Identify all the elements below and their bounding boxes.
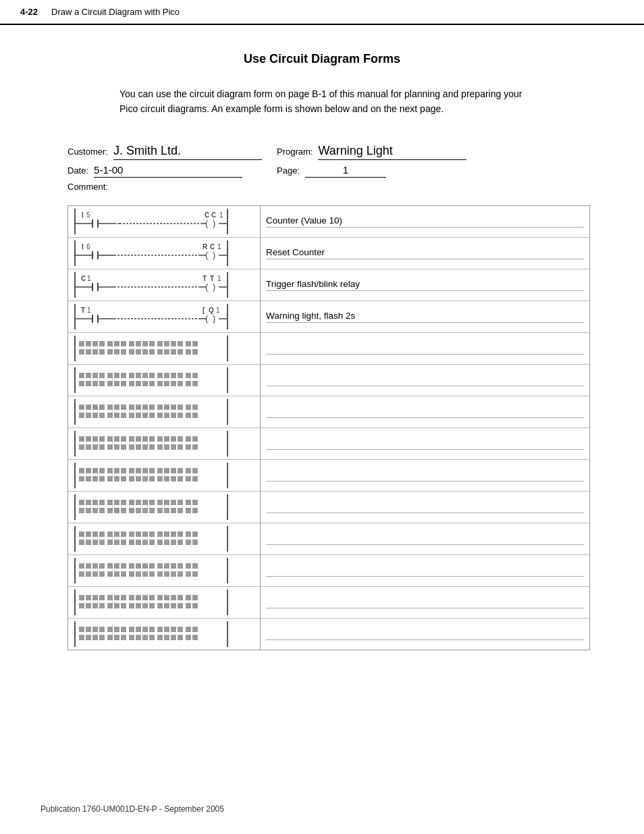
svg-rect-134 — [149, 381, 155, 386]
date-group: Date: 5-1-00 — [68, 164, 277, 178]
circ-left-empty-1 — [68, 333, 261, 364]
svg-rect-176 — [192, 413, 198, 418]
svg-rect-347 — [129, 571, 134, 577]
svg-text:): ) — [213, 313, 215, 323]
svg-rect-427 — [186, 635, 191, 640]
svg-rect-133 — [142, 381, 148, 386]
ladder-empty-5 — [74, 463, 256, 488]
empty-desc-4 — [266, 438, 584, 450]
svg-rect-317 — [171, 540, 176, 545]
svg-rect-162 — [92, 413, 98, 418]
svg-rect-157 — [178, 405, 183, 410]
svg-rect-190 — [157, 436, 163, 442]
svg-text:(: ( — [205, 282, 209, 292]
circ-left-3: C 1 T T 1 ( ) — [68, 269, 261, 301]
svg-text:1: 1 — [219, 211, 223, 219]
comment-row: Comment: — [68, 182, 590, 192]
svg-rect-195 — [192, 436, 198, 442]
form-row-date-page: Date: 5-1-00 Page: 1 — [68, 164, 590, 178]
svg-rect-158 — [186, 405, 191, 410]
svg-text:1: 1 — [216, 307, 220, 314]
circ-right-empty-6 — [261, 492, 589, 523]
svg-rect-332 — [142, 563, 148, 569]
svg-rect-425 — [171, 635, 176, 640]
svg-rect-418 — [121, 635, 126, 640]
svg-rect-318 — [178, 540, 183, 545]
circ-right-empty-4 — [261, 428, 589, 459]
svg-rect-230 — [186, 468, 191, 473]
svg-rect-305 — [86, 540, 91, 545]
svg-rect-260 — [142, 500, 148, 505]
svg-rect-71 — [79, 341, 84, 346]
svg-rect-120 — [171, 373, 176, 378]
svg-rect-163 — [99, 413, 105, 418]
svg-rect-153 — [149, 405, 155, 410]
svg-rect-72 — [86, 341, 91, 346]
circ-right-4: Warning light, flash 2s — [261, 301, 589, 332]
svg-rect-356 — [192, 571, 198, 577]
circuit-diagram: I 5 — [68, 205, 590, 650]
svg-text:1: 1 — [87, 307, 91, 314]
svg-rect-363 — [107, 595, 113, 600]
svg-rect-167 — [129, 413, 134, 418]
ladder-empty-6 — [74, 494, 256, 520]
svg-rect-199 — [99, 444, 105, 450]
svg-rect-91 — [99, 349, 105, 355]
svg-rect-194 — [186, 436, 191, 442]
svg-rect-283 — [186, 508, 191, 513]
svg-rect-312 — [136, 540, 141, 545]
svg-rect-421 — [142, 635, 148, 640]
svg-rect-253 — [92, 500, 98, 505]
svg-rect-76 — [114, 341, 119, 346]
svg-rect-367 — [136, 595, 141, 600]
svg-rect-314 — [149, 540, 155, 545]
svg-rect-339 — [192, 563, 198, 569]
svg-rect-426 — [178, 635, 183, 640]
svg-rect-296 — [142, 531, 148, 537]
svg-rect-401 — [121, 627, 126, 632]
svg-rect-388 — [164, 603, 169, 608]
svg-rect-266 — [186, 500, 191, 505]
svg-rect-328 — [114, 563, 119, 569]
svg-rect-248 — [192, 476, 198, 481]
svg-rect-392 — [192, 603, 198, 608]
svg-rect-224 — [142, 468, 148, 473]
svg-rect-378 — [92, 603, 98, 608]
svg-rect-193 — [178, 436, 183, 442]
ladder-empty-7 — [74, 526, 256, 552]
ladder-empty-3 — [74, 399, 256, 425]
svg-rect-309 — [114, 540, 119, 545]
svg-rect-205 — [142, 444, 148, 450]
svg-rect-380 — [107, 603, 113, 608]
svg-rect-235 — [99, 476, 105, 481]
ladder-empty-2 — [74, 367, 256, 393]
svg-rect-236 — [107, 476, 113, 481]
svg-rect-385 — [142, 603, 148, 608]
svg-rect-410 — [186, 627, 191, 632]
svg-rect-143 — [79, 405, 84, 410]
svg-rect-245 — [171, 476, 176, 481]
empty-desc-2 — [266, 374, 584, 386]
svg-rect-326 — [99, 563, 105, 569]
svg-rect-416 — [107, 635, 113, 640]
svg-rect-259 — [136, 500, 141, 505]
circuit-row-3: C 1 T T 1 ( ) — [68, 269, 589, 301]
svg-rect-151 — [136, 405, 141, 410]
program-group: Program: Warning Light — [277, 144, 590, 160]
svg-rect-359 — [79, 595, 84, 600]
svg-rect-375 — [192, 595, 198, 600]
svg-rect-343 — [99, 571, 105, 577]
svg-rect-290 — [99, 531, 105, 537]
svg-rect-272 — [107, 508, 113, 513]
svg-rect-273 — [114, 508, 119, 513]
circuit-row-empty-7 — [68, 523, 589, 555]
svg-text:1: 1 — [217, 243, 221, 251]
svg-rect-369 — [149, 595, 155, 600]
svg-rect-381 — [114, 603, 119, 608]
svg-rect-100 — [164, 349, 169, 355]
svg-rect-327 — [107, 563, 113, 569]
svg-rect-400 — [114, 627, 119, 632]
svg-rect-383 — [129, 603, 134, 608]
svg-rect-216 — [86, 468, 91, 473]
svg-rect-75 — [107, 341, 113, 346]
